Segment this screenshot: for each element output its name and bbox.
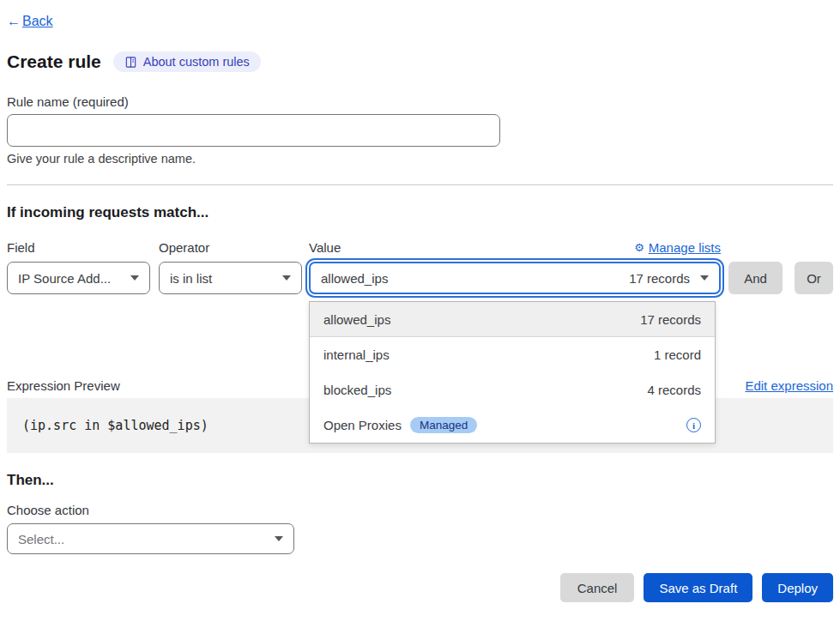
field-label: Field — [7, 240, 159, 255]
field-select-value: IP Source Add... — [18, 271, 111, 286]
rule-name-label: Rule name (required) — [7, 94, 833, 109]
page-title: Create rule — [7, 51, 101, 72]
deploy-button[interactable]: Deploy — [762, 573, 833, 602]
title-row: Create rule About custom rules — [7, 51, 833, 72]
rule-name-input[interactable] — [7, 114, 500, 147]
rule-name-helper: Give your rule a descriptive name. — [7, 152, 833, 166]
about-custom-rules-label: About custom rules — [143, 55, 250, 69]
info-icon[interactable]: i — [686, 418, 701, 432]
cancel-button[interactable]: Cancel — [560, 573, 635, 602]
value-label: Value — [309, 240, 341, 255]
chevron-down-icon — [275, 536, 283, 541]
operator-select-value: is in list — [170, 271, 212, 286]
list-item-name: allowed_ips — [323, 312, 390, 327]
list-item-blocked-ips[interactable]: blocked_ips 4 records — [310, 372, 715, 408]
value-select-value: allowed_ips — [321, 271, 388, 286]
chevron-down-icon — [700, 275, 709, 281]
back-arrow-icon: ← — [7, 14, 21, 28]
list-item-name: Open Proxies — [323, 418, 402, 432]
list-item-meta: 1 record — [654, 347, 701, 362]
list-item-internal-ips[interactable]: internal_ips 1 record — [310, 337, 715, 372]
chevron-down-icon — [282, 275, 291, 281]
list-item-name: blocked_ips — [323, 383, 391, 397]
match-section-heading: If incoming requests match... — [7, 204, 833, 221]
section-divider — [7, 184, 833, 185]
match-controls-row: IP Source Add... is in list allowed_ips … — [7, 262, 833, 294]
operator-label: Operator — [159, 240, 309, 255]
choose-action-label: Choose action — [7, 503, 833, 517]
back-link[interactable]: ←Back — [7, 14, 53, 28]
value-select-wrap: allowed_ips 17 records allowed_ips 17 re… — [309, 262, 721, 294]
expression-preview-label: Expression Preview — [7, 378, 120, 393]
list-item-left: Open Proxies Managed — [323, 417, 477, 433]
gear-icon: ⚙ — [634, 241, 644, 254]
and-button[interactable]: And — [728, 262, 783, 294]
list-item-name: internal_ips — [323, 347, 390, 362]
list-item-open-proxies[interactable]: Open Proxies Managed i — [310, 408, 715, 443]
save-as-draft-button[interactable]: Save as Draft — [644, 573, 752, 602]
then-section-heading: Then... — [7, 472, 833, 489]
field-select[interactable]: IP Source Add... — [7, 262, 150, 294]
edit-expression-link[interactable]: Edit expression — [745, 378, 833, 393]
manage-lists-label: Manage lists — [649, 240, 721, 255]
book-icon — [124, 56, 137, 69]
list-item-meta: 4 records — [647, 383, 701, 397]
value-select[interactable]: allowed_ips 17 records — [309, 262, 721, 294]
action-select[interactable]: Select... — [7, 523, 294, 554]
back-link-label: Back — [22, 14, 53, 28]
action-select-placeholder: Select... — [18, 532, 64, 546]
or-button[interactable]: Or — [795, 262, 833, 294]
chevron-down-icon — [130, 275, 139, 281]
about-custom-rules-link[interactable]: About custom rules — [113, 51, 261, 72]
managed-badge: Managed — [410, 417, 477, 433]
back-row: ←Back — [7, 14, 833, 29]
list-item-allowed-ips[interactable]: allowed_ips 17 records — [310, 302, 715, 337]
match-labels-row: Field Operator Value ⚙ Manage lists — [7, 240, 721, 255]
value-select-meta: 17 records — [629, 271, 690, 286]
list-item-meta: 17 records — [640, 312, 701, 327]
create-rule-page: ←Back Create rule About custom rules Rul… — [0, 0, 840, 602]
footer-actions: Cancel Save as Draft Deploy — [7, 573, 833, 602]
operator-select[interactable]: is in list — [159, 262, 302, 294]
value-dropdown-panel: allowed_ips 17 records internal_ips 1 re… — [309, 301, 716, 444]
manage-lists-link[interactable]: ⚙ Manage lists — [634, 240, 721, 255]
